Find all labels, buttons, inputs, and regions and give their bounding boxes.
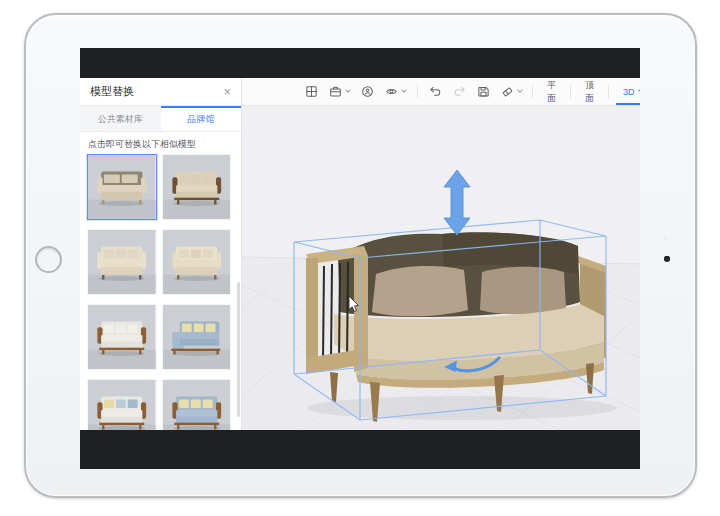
thumbnail-sofa-wood-white-striped[interactable]: [87, 304, 157, 370]
panel-header: 模型替换 ×: [80, 78, 241, 106]
thumbnail-sofa-cream-curved[interactable]: [162, 229, 232, 295]
camera-dot: [664, 256, 670, 262]
move-vertical-handle[interactable]: [444, 170, 470, 235]
roam-button[interactable]: [356, 81, 379, 103]
home-button[interactable]: [35, 246, 62, 273]
sofa-thumbnail-image: [88, 155, 156, 219]
thumbnail-sofa-blue-l-shape[interactable]: [162, 304, 232, 370]
view-label: 3D: [623, 87, 635, 97]
close-icon[interactable]: ×: [223, 85, 231, 98]
thumbnail-sofa-cream-dark-back[interactable]: [87, 154, 157, 220]
sofa-thumbnail-image: [88, 230, 156, 294]
panel-tabs: 公共素材库 品牌馆: [80, 106, 241, 132]
sofa-thumbnail-image: [163, 230, 231, 294]
undo-button[interactable]: [424, 81, 447, 103]
sofa-thumbnail-image: [163, 305, 231, 369]
screen: 模型替换 × 公共素材库 品牌馆 点击即可替换以下相似模型 平面顶面3D: [80, 48, 640, 469]
visibility-icon: [385, 85, 398, 98]
redo-button: [448, 81, 471, 103]
thumbnail-sofa-cream-wood-trim[interactable]: [162, 154, 232, 220]
chevron-down-icon: [401, 87, 407, 93]
model-replace-panel: 模型替换 × 公共素材库 品牌馆 点击即可替换以下相似模型: [80, 78, 242, 430]
sofa-thumbnail-image: [88, 380, 156, 430]
sofa-thumbnail-image: [163, 155, 231, 219]
chevron-down-icon: [638, 87, 640, 93]
tool-icon-group: [300, 81, 527, 103]
thumbnail-grid: [80, 154, 241, 430]
view-label: 平面: [547, 79, 556, 105]
tab-public-library[interactable]: 公共素材库: [80, 106, 161, 131]
undo-icon: [429, 85, 442, 98]
view-label: 顶面: [585, 79, 594, 105]
chevron-down-icon: [345, 87, 351, 93]
view-3d-button[interactable]: 3D: [614, 78, 640, 105]
eraser-button[interactable]: [496, 81, 527, 103]
view-top-button[interactable]: 顶面: [576, 78, 603, 105]
app-window: 模型替换 × 公共素材库 品牌馆 点击即可替换以下相似模型 平面顶面3D: [80, 78, 640, 430]
thumbnail-sofa-cream-modern[interactable]: [87, 229, 157, 295]
camera-glint: [663, 237, 667, 241]
tablet-frame: 模型替换 × 公共素材库 品牌馆 点击即可替换以下相似模型 平面顶面3D: [24, 13, 697, 498]
scrollbar-thumb[interactable]: [237, 282, 240, 417]
sofa-thumbnail-image: [88, 305, 156, 369]
tab-brand-hall[interactable]: 品牌馆: [161, 106, 242, 131]
eraser-icon: [501, 85, 514, 98]
thumbnail-sofa-wood-blue[interactable]: [162, 379, 232, 430]
layout-grid-icon: [305, 85, 318, 98]
main-area: 平面顶面3D: [242, 78, 640, 430]
layout-grid-button[interactable]: [300, 81, 323, 103]
3d-viewport[interactable]: [242, 106, 640, 430]
save-button[interactable]: [472, 81, 495, 103]
toolbox-icon: [329, 85, 342, 98]
panel-scrollbar[interactable]: [237, 158, 240, 428]
panel-title: 模型替换: [90, 84, 134, 99]
visibility-button[interactable]: [380, 81, 411, 103]
3d-scene: [242, 106, 640, 430]
roam-icon: [361, 85, 374, 98]
toolbar: 平面顶面3D: [242, 78, 640, 106]
chevron-down-icon: [517, 87, 523, 93]
toolbox-button[interactable]: [324, 81, 355, 103]
sofa-thumbnail-image: [163, 380, 231, 430]
save-icon: [477, 85, 490, 98]
view-plan-button[interactable]: 平面: [538, 78, 565, 105]
view-switcher: 平面顶面3D: [527, 78, 640, 105]
thumbnail-sofa-wood-white-pillows[interactable]: [87, 379, 157, 430]
replace-hint: 点击即可替换以下相似模型: [80, 132, 241, 154]
redo-icon: [453, 85, 466, 98]
